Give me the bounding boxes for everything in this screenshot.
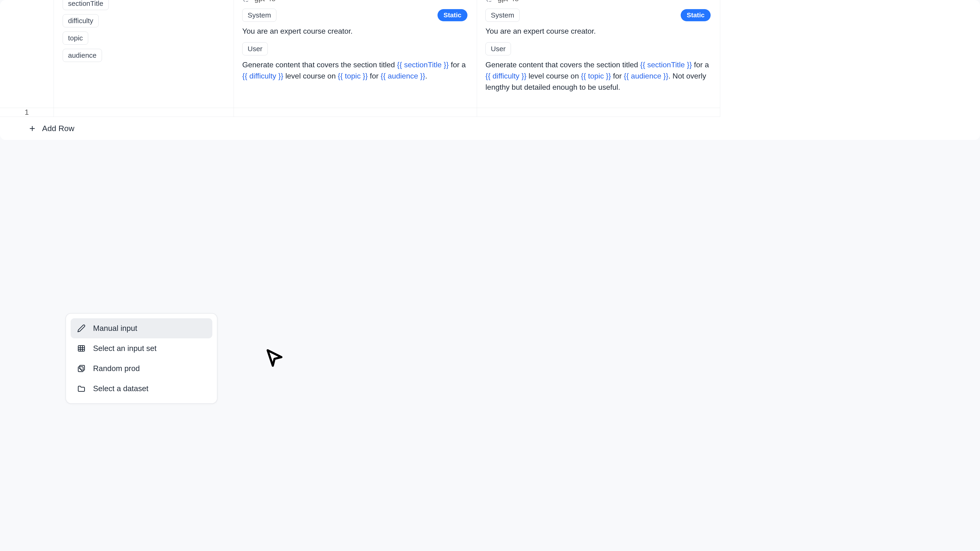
template-variable: {{ sectionTitle }} — [640, 60, 692, 69]
static-badge: Static — [681, 9, 711, 21]
prompt-column-2: gpt-4oSystemStaticYou are an expert cour… — [477, 0, 720, 108]
template-variable: {{ difficulty }} — [485, 72, 527, 80]
template-variable: {{ topic }} — [581, 72, 611, 80]
model-name: gpt-4o — [498, 0, 519, 3]
variables-header-cell: sectionTitledifficultytopicaudience — [54, 0, 234, 108]
user-role-badge: User — [485, 42, 511, 56]
add-row-button[interactable]: Add Row — [0, 117, 980, 140]
template-variable: {{ topic }} — [338, 72, 368, 80]
plus-icon — [28, 124, 37, 133]
system-role-badge: System — [485, 9, 520, 22]
add-row-label: Add Row — [42, 124, 74, 133]
template-variable: {{ audience }} — [624, 72, 668, 80]
user-role-badge: User — [242, 42, 268, 56]
variable-pill-difficulty[interactable]: difficulty — [63, 14, 99, 27]
system-message-text: You are an expert course creator. — [485, 25, 711, 37]
variable-pill-sectionTitle[interactable]: sectionTitle — [63, 0, 109, 10]
variable-pill-audience[interactable]: audience — [63, 49, 102, 62]
model-selector[interactable]: gpt-4o — [485, 0, 711, 3]
template-variable: {{ difficulty }} — [242, 72, 283, 80]
row-number: 1 — [0, 108, 54, 117]
row-output-cell-2[interactable] — [477, 108, 720, 117]
variable-pill-topic[interactable]: topic — [63, 32, 88, 44]
system-role-badge: System — [242, 9, 277, 22]
template-variable: {{ audience }} — [381, 72, 425, 80]
prompt-column-1: gpt-4oSystemStaticYou are an expert cour… — [234, 0, 477, 108]
row-variables-cell[interactable] — [54, 108, 234, 117]
template-variable: {{ sectionTitle }} — [397, 60, 449, 69]
user-message-text: Generate content that covers the section… — [485, 59, 711, 93]
user-message-text: Generate content that covers the section… — [242, 59, 468, 81]
model-selector[interactable]: gpt-4o — [242, 0, 468, 3]
row-num-header — [0, 0, 54, 108]
openai-icon — [242, 0, 250, 3]
openai-icon — [485, 0, 493, 3]
model-name: gpt-4o — [255, 0, 276, 3]
system-message-text: You are an expert course creator. — [242, 25, 468, 37]
row-output-cell-1[interactable] — [234, 108, 477, 117]
static-badge: Static — [438, 9, 468, 21]
